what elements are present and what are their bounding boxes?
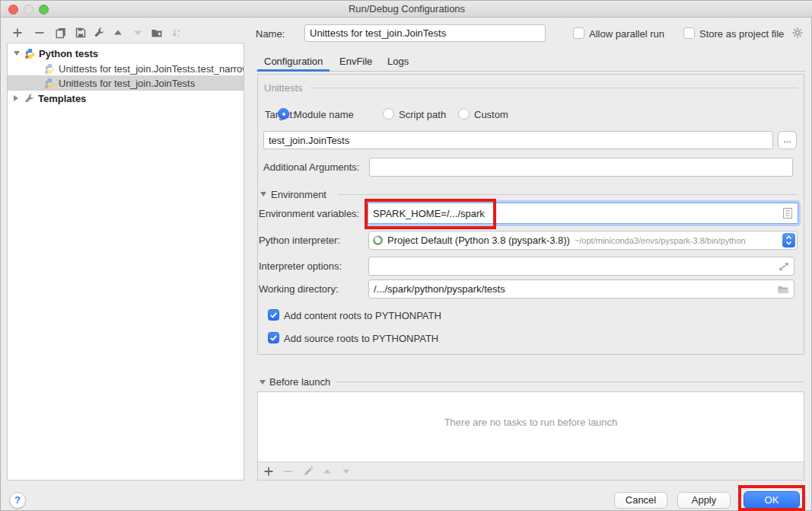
sort-alphabetically-icon: az xyxy=(170,26,183,40)
python-test-run-config-icon xyxy=(44,78,56,89)
python-interpreter-path: ~/opt/miniconda3/envs/pyspark-3.8/bin/py… xyxy=(575,236,746,245)
add-task-icon[interactable] xyxy=(263,465,275,477)
tree-item-python-tests[interactable]: Python tests xyxy=(8,46,244,61)
tree-item-label: Unittests for test_join.JoinTests.test_n… xyxy=(59,63,244,75)
name-label: Name: xyxy=(256,28,285,40)
dropdown-stepper-icon[interactable] xyxy=(782,233,795,248)
svg-text:a: a xyxy=(177,28,180,33)
working-directory-input[interactable]: /.../spark/python/pyspark/tests xyxy=(368,279,794,299)
python-interpreter-dropdown[interactable]: Project Default (Python 3.8 (pyspark-3.8… xyxy=(368,231,798,250)
environment-section-label: Environment xyxy=(271,189,326,200)
tree-item-label: Python tests xyxy=(39,48,98,59)
svg-text:z: z xyxy=(177,34,180,38)
group-label-line xyxy=(310,88,798,88)
tree-item-templates[interactable]: Templates xyxy=(8,91,244,106)
radio-module-name-label: Module name xyxy=(294,109,354,120)
tree-item-test-narrow[interactable]: Unittests for test_join.JoinTests.test_n… xyxy=(8,61,244,76)
conda-environment-icon xyxy=(372,235,384,246)
add-configuration-icon[interactable] xyxy=(11,26,24,40)
radio-custom-label: Custom xyxy=(474,109,508,120)
add-content-roots-label: Add content roots to PYTHONPATH xyxy=(284,310,441,321)
radio-custom[interactable] xyxy=(458,108,470,120)
remove-task-icon xyxy=(282,465,294,477)
unittests-group-label: Unittests xyxy=(264,82,303,94)
additional-arguments-input[interactable] xyxy=(369,158,793,177)
before-launch-collapse-triangle[interactable] xyxy=(260,380,266,385)
configurations-tree: Python tests Unittests for test_join.Joi… xyxy=(7,43,244,481)
apply-button[interactable]: Apply xyxy=(677,492,731,509)
move-up-icon[interactable] xyxy=(111,26,125,40)
before-launch-toolbar xyxy=(258,461,804,480)
tree-item-label: Unittests for test_join.JoinTests xyxy=(59,78,195,89)
before-launch-section-line xyxy=(336,382,804,382)
environment-collapse-triangle[interactable] xyxy=(260,192,266,196)
working-directory-label: Working directory: xyxy=(259,283,339,295)
interpreter-options-input[interactable] xyxy=(368,257,794,276)
window-title: Run/Debug Configurations xyxy=(1,3,812,14)
cancel-button[interactable]: Cancel xyxy=(614,492,667,509)
edit-environment-variables-icon[interactable] xyxy=(782,207,793,219)
collapsed-triangle-icon[interactable] xyxy=(14,95,18,101)
run-debug-configurations-dialog: Run/Debug Configurations az P xyxy=(0,0,812,511)
name-input[interactable]: Unittests for test_join.JoinTests xyxy=(304,24,546,42)
interpreter-options-label: Interpreter options: xyxy=(259,260,342,272)
edit-defaults-wrench-icon[interactable] xyxy=(92,26,106,40)
add-source-roots-checkbox[interactable] xyxy=(268,332,279,343)
allow-parallel-run-label: Allow parallel run xyxy=(589,28,664,40)
radio-module-name[interactable] xyxy=(278,108,289,120)
radio-script-path[interactable] xyxy=(383,108,394,120)
tab-configuration[interactable]: Configuration xyxy=(264,56,323,67)
tab-logs[interactable]: Logs xyxy=(387,56,409,67)
before-launch-empty-text: There are no tasks to run before launch xyxy=(258,417,804,428)
store-as-project-file-checkbox[interactable] xyxy=(683,27,695,39)
templates-wrench-icon xyxy=(24,93,35,104)
tree-item-jointests-selected[interactable]: Unittests for test_join.JoinTests xyxy=(8,75,244,91)
annotation-box-ok-button xyxy=(738,485,805,511)
remove-configuration-icon[interactable] xyxy=(33,26,46,40)
browse-button[interactable]: ... xyxy=(778,131,797,149)
before-launch-task-list: There are no tasks to run before launch xyxy=(257,391,804,481)
folder-browse-icon[interactable] xyxy=(777,284,789,295)
move-task-down-icon xyxy=(340,465,352,477)
add-source-roots-label: Add source roots to PYTHONPATH xyxy=(284,333,438,344)
additional-arguments-label: Additional Arguments: xyxy=(263,161,359,173)
tab-envfile[interactable]: EnvFile xyxy=(339,56,372,67)
environment-section-line xyxy=(338,194,798,195)
gear-icon[interactable] xyxy=(791,27,804,39)
annotation-box-environment-variables xyxy=(365,199,496,229)
copy-configuration-icon[interactable] xyxy=(54,26,68,40)
active-tab-underline xyxy=(257,69,330,72)
add-content-roots-checkbox[interactable] xyxy=(268,309,279,321)
python-tests-icon xyxy=(24,48,36,59)
python-interpreter-value: Project Default (Python 3.8 (pyspark-3.8… xyxy=(387,235,570,246)
radio-script-path-label: Script path xyxy=(399,109,446,120)
environment-variables-label: Environment variables: xyxy=(259,208,359,219)
expand-field-icon[interactable] xyxy=(779,261,789,272)
allow-parallel-run-checkbox[interactable] xyxy=(573,27,584,39)
help-button[interactable]: ? xyxy=(9,492,26,509)
expanded-triangle-icon[interactable] xyxy=(14,51,20,56)
title-bar: Run/Debug Configurations xyxy=(1,1,812,18)
python-test-run-config-icon xyxy=(44,63,56,75)
tab-bar-divider xyxy=(256,71,805,72)
move-task-up-icon xyxy=(321,465,333,477)
tree-item-label: Templates xyxy=(38,93,86,104)
edit-task-pencil-icon xyxy=(302,465,314,477)
save-configuration-icon[interactable] xyxy=(74,26,88,40)
before-launch-section-label: Before launch xyxy=(269,376,330,388)
python-interpreter-label: Python interpreter: xyxy=(259,235,340,246)
move-down-icon xyxy=(131,26,145,40)
module-name-input[interactable]: test_join.JoinTests xyxy=(263,131,773,149)
store-as-project-file-label: Store as project file xyxy=(699,28,784,40)
new-folder-icon[interactable] xyxy=(150,26,164,40)
